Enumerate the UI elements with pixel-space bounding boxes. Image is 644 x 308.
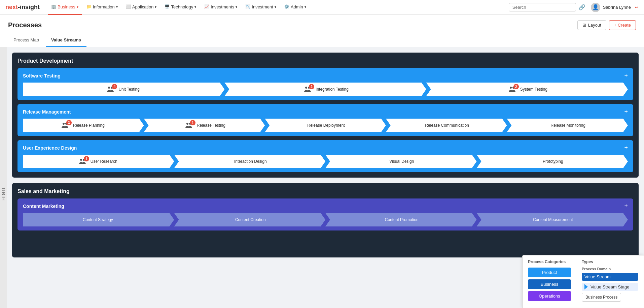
step-visual-design[interactable]: Visual Design [325, 155, 477, 168]
step-label-release-testing: Release Testing [197, 123, 225, 128]
layout-icon: ⊞ [582, 23, 586, 28]
steps-content-marketing: Content Strategy Content Creation Conten… [23, 213, 628, 226]
logout-icon[interactable]: ↩ [635, 5, 639, 10]
category-product-button[interactable]: Product [528, 268, 571, 277]
layout-button[interactable]: ⊞ Layout [577, 20, 606, 30]
steps-software-testing: 4 Unit Testing [23, 83, 628, 96]
nav-technology[interactable]: 🖥️ Technology ▾ [161, 0, 200, 15]
content-area: Product Development Software Testing + [7, 47, 644, 263]
step-release-testing[interactable]: 1 Release Testing [144, 119, 265, 132]
category-operations-button[interactable]: Operations [528, 291, 571, 301]
step-icon-wrap-release-testing: 1 [185, 122, 193, 129]
badge-system-testing: 2 [513, 84, 519, 89]
nav-application[interactable]: ⬜ Application ▾ [122, 0, 160, 15]
badge-unit-testing: 4 [112, 84, 117, 89]
type-business-process[interactable]: Business Process [582, 293, 638, 302]
vs-release-management-expand[interactable]: + [624, 108, 628, 115]
search-input[interactable] [509, 3, 576, 11]
step-chevron-release-deployment: Release Deployment [265, 119, 386, 132]
type-value-stream-stage[interactable]: Value Stream Stage [582, 283, 638, 291]
svg-point-8 [186, 123, 188, 125]
nav-business[interactable]: 🏢 Business ▾ [48, 0, 82, 15]
brand-logo[interactable]: next-insight [5, 4, 40, 11]
types-section: Types Process Domain Value Stream Value … [576, 255, 644, 308]
step-label-user-research: User Research [91, 159, 117, 164]
vs-content-marketing-header: Content Marketing + [23, 203, 628, 210]
filters-sidebar[interactable]: Filters [0, 47, 7, 308]
search-button[interactable]: 🔗 [579, 4, 585, 10]
search-area: 🔗 [509, 3, 585, 11]
step-label-unit-testing: Unit Testing [118, 87, 139, 92]
step-icon-wrap-user-research: 1 [78, 158, 86, 165]
step-chevron-release-planning: 3 Release Planning [23, 119, 144, 132]
step-icon-wrap-integration: 2 [303, 86, 312, 93]
step-chevron-system: 2 System Testing [426, 83, 628, 96]
tab-process-map[interactable]: Process Map [8, 34, 44, 47]
step-content-measurement[interactable]: Content Measurement [477, 213, 628, 226]
type-value-stream-stage-label: Value Stream Stage [591, 284, 629, 289]
nav-application-label: Application [132, 4, 154, 9]
step-chevron-release-monitoring: Release Monitoring [507, 119, 628, 132]
vs-software-testing-title: Software Testing [23, 73, 61, 79]
create-label: + Create [614, 23, 631, 28]
technology-icon: 🖥️ [165, 4, 170, 9]
step-icon-wrap-system: 2 [508, 86, 516, 93]
steps-ux-design: 1 User Research Interaction Design [23, 155, 628, 168]
chevron-down-icon: ▾ [116, 5, 118, 9]
step-system-testing[interactable]: 2 System Testing [426, 83, 628, 96]
vs-release-management-header: Release Management + [23, 108, 628, 115]
nav-information[interactable]: 📁 Information ▾ [83, 0, 121, 15]
step-content-strategy[interactable]: Content Strategy [23, 213, 174, 226]
step-release-monitoring[interactable]: Release Monitoring [507, 119, 628, 132]
navbar: next-insight 🏢 Business ▾ 📁 Information … [0, 0, 644, 15]
step-icon-wrap-unit: 4 [106, 86, 114, 93]
svg-point-4 [510, 87, 512, 89]
step-content-creation[interactable]: Content Creation [174, 213, 326, 226]
step-chevron-release-testing: 1 Release Testing [144, 119, 265, 132]
vs-content-marketing-expand[interactable]: + [624, 203, 628, 210]
nav-admin[interactable]: ⚙️ Admin ▾ [281, 0, 310, 15]
step-integration-testing[interactable]: 2 Integration Testing [224, 83, 426, 96]
type-value-stream[interactable]: Value Stream [582, 273, 638, 281]
user-name: Sabrina Lynne [603, 5, 631, 10]
chevron-down-icon: ▾ [194, 5, 196, 9]
user-area: 👤 Sabrina Lynne ↩ [591, 3, 639, 12]
step-chevron-interaction-design: Interaction Design [174, 155, 326, 168]
nav-investment[interactable]: 📉 Investment ▾ [242, 0, 280, 15]
step-label-content-strategy: Content Strategy [83, 217, 113, 222]
steps-release-management: 3 Release Planning [23, 119, 628, 132]
step-user-research[interactable]: 1 User Research [23, 155, 174, 168]
chevron-down-icon: ▾ [155, 5, 156, 9]
process-domain-label: Process Domain [582, 267, 638, 271]
step-interaction-design[interactable]: Interaction Design [174, 155, 326, 168]
investment-icon: 📉 [245, 4, 250, 9]
chevron-icon [584, 284, 588, 289]
nav-business-label: Business [58, 4, 75, 9]
step-label-release-communication: Release Communication [425, 123, 469, 128]
step-content-promotion[interactable]: Content Promotion [325, 213, 477, 226]
create-button[interactable]: + Create [609, 20, 636, 30]
vs-content-marketing: Content Marketing + Content Strategy Con… [17, 198, 633, 230]
category-business-button[interactable]: Business [528, 279, 571, 289]
step-release-communication[interactable]: Release Communication [386, 119, 507, 132]
chevron-down-icon: ▾ [305, 5, 306, 9]
step-label-content-creation: Content Creation [235, 217, 266, 222]
step-release-planning[interactable]: 3 Release Planning [23, 119, 144, 132]
types-title: Types [582, 259, 638, 264]
step-unit-testing[interactable]: 4 Unit Testing [23, 83, 224, 96]
step-label-release-planning: Release Planning [73, 123, 105, 128]
page-header: Processes ⊞ Layout + Create Process Map … [0, 15, 644, 47]
application-icon: ⬜ [126, 4, 131, 9]
step-release-deployment[interactable]: Release Deployment [265, 119, 386, 132]
step-prototyping[interactable]: Prototyping [477, 155, 628, 168]
vs-software-testing-expand[interactable]: + [624, 72, 628, 79]
nav-technology-label: Technology [171, 4, 193, 9]
badge-release-testing: 1 [190, 120, 195, 125]
step-label-release-monitoring: Release Monitoring [550, 123, 585, 128]
tab-value-streams[interactable]: Value Streams [46, 34, 86, 47]
nav-investments[interactable]: 📈 Investments ▾ [201, 0, 241, 15]
step-icon-wrap-release-planning: 3 [61, 122, 69, 129]
section-title-sales-marketing: Sales and Marketing [17, 188, 633, 194]
vs-ux-design-expand[interactable]: + [624, 144, 628, 151]
step-chevron-content-measurement: Content Measurement [477, 213, 628, 226]
